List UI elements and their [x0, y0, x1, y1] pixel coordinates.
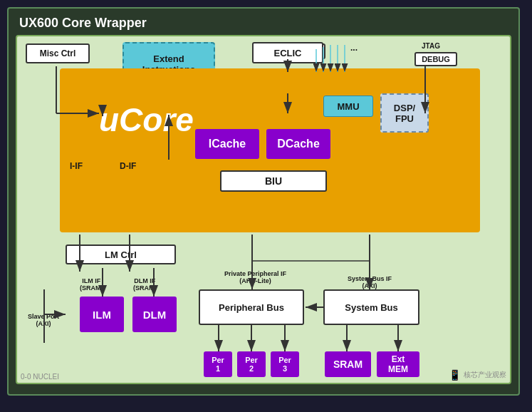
sys-bus-if-label: System Bus IF (AXI): [327, 275, 412, 289]
dif-label: D-IF: [120, 161, 136, 171]
per2-box: Per 2: [237, 351, 266, 377]
misc-ctrl-box: Misc Ctrl: [26, 43, 90, 63]
per3-box: Per 3: [271, 351, 299, 377]
icache-box: ICache: [195, 129, 259, 159]
ucore-label: uCore: [99, 101, 194, 139]
dsp-fpu-box: DSP/ FPU: [380, 93, 429, 133]
eclic-box: ECLIC: [252, 42, 323, 63]
ux600-core-block: uCore MMU DSP/ FPU ICache DCache I-IF: [60, 68, 480, 232]
watermark: 📱 核芯产业观察: [449, 369, 506, 381]
biu-box: BIU: [220, 170, 327, 192]
dlm-box: DLM: [132, 297, 177, 332]
sram-box: SRAM: [325, 351, 371, 377]
iif-label: I-IF: [70, 161, 83, 171]
ilm-if-label: ILM IF (SRAM): [80, 277, 103, 292]
per1-box: Per 1: [204, 351, 232, 377]
peripheral-bus-box: Peripheral Bus: [199, 289, 304, 325]
outer-wrapper: UX600 Core Wrapper UX600 Misc Ctrl TIMER…: [7, 7, 520, 396]
outer-title: UX600 Core Wrapper: [16, 16, 511, 31]
nuclei-label: 0-0 NUCLEI: [21, 373, 59, 381]
priv-periph-if-label: Private Peripheral IF (AHB-Lite): [204, 270, 307, 284]
jtag-label: JTAG: [422, 42, 440, 50]
inner-wrapper: UX600 Misc Ctrl TIMER ECLIC JTAG DEBUG E…: [16, 35, 511, 384]
dlm-if-label: DLM IF (SRAM): [133, 277, 157, 292]
slave-port-label: Slave Port (AXI): [23, 313, 64, 327]
svg-text:...: ...: [350, 43, 358, 53]
debug-box: DEBUG: [414, 52, 457, 66]
ilm-box: ILM: [80, 297, 124, 332]
system-bus-box: System Bus: [323, 289, 419, 325]
lm-ctrl-box: LM Ctrl: [66, 244, 176, 264]
ext-mem-box: Ext MEM: [377, 351, 419, 377]
mmu-box: MMU: [323, 96, 373, 117]
dcache-box: DCache: [266, 129, 330, 159]
